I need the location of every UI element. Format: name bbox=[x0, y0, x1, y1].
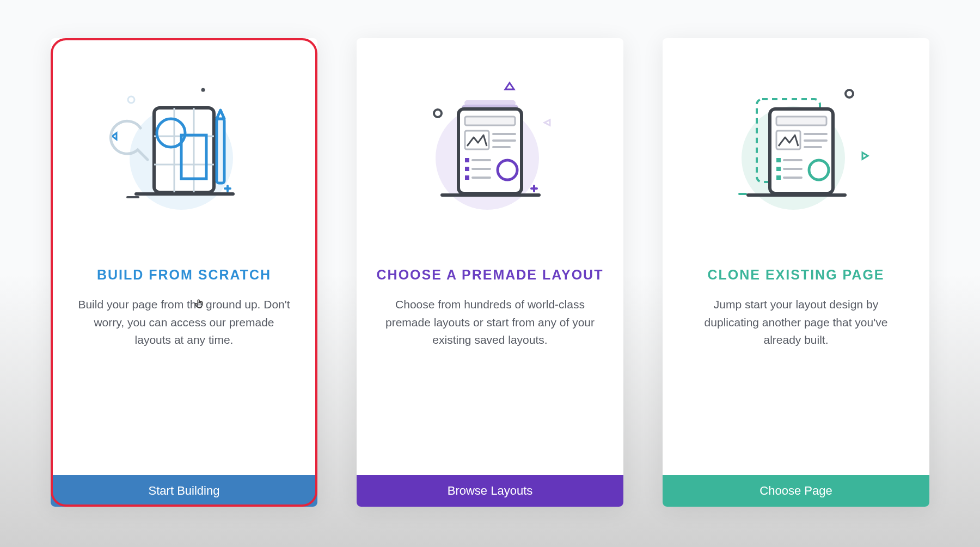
card-body: BUILD FROM SCRATCH Build your page from … bbox=[51, 38, 317, 475]
svg-rect-14 bbox=[217, 119, 224, 183]
premade-layout-icon bbox=[414, 76, 566, 234]
svg-marker-41 bbox=[862, 153, 868, 159]
card-clone-page[interactable]: CLONE EXISTING PAGE Jump start your layo… bbox=[663, 38, 929, 507]
card-body: CHOOSE A PREMADE LAYOUT Choose from hund… bbox=[357, 38, 623, 475]
card-body: CLONE EXISTING PAGE Jump start your layo… bbox=[663, 38, 929, 475]
svg-rect-33 bbox=[465, 167, 469, 171]
card-build-from-scratch[interactable]: BUILD FROM SCRATCH Build your page from … bbox=[51, 38, 317, 507]
card-premade-layout[interactable]: CHOOSE A PREMADE LAYOUT Choose from hund… bbox=[357, 38, 623, 507]
start-building-button[interactable]: Start Building bbox=[51, 475, 317, 507]
card-title: CHOOSE A PREMADE LAYOUT bbox=[377, 267, 604, 283]
svg-point-1 bbox=[201, 88, 205, 92]
clone-page-icon bbox=[720, 76, 872, 234]
browse-layouts-button[interactable]: Browse Layouts bbox=[357, 475, 623, 507]
button-label: Browse Layouts bbox=[448, 484, 533, 498]
card-description: Jump start your layout design by duplica… bbox=[682, 296, 910, 349]
card-description: Build your page from the ground up. Don'… bbox=[70, 296, 298, 349]
svg-rect-50 bbox=[776, 158, 781, 162]
svg-rect-26 bbox=[465, 117, 515, 125]
button-label: Start Building bbox=[149, 484, 220, 498]
svg-rect-31 bbox=[465, 158, 469, 162]
svg-point-19 bbox=[434, 110, 442, 117]
scratch-document-icon bbox=[108, 76, 260, 234]
button-label: Choose Page bbox=[759, 484, 832, 498]
card-description: Choose from hundreds of world-class prem… bbox=[376, 296, 604, 349]
card-title: CLONE EXISTING PAGE bbox=[707, 267, 884, 283]
svg-marker-15 bbox=[217, 110, 224, 119]
svg-rect-45 bbox=[776, 117, 826, 125]
svg-marker-18 bbox=[505, 83, 514, 89]
svg-point-3 bbox=[128, 96, 134, 103]
svg-rect-35 bbox=[465, 175, 469, 180]
svg-point-40 bbox=[846, 90, 853, 98]
cards-container: BUILD FROM SCRATCH Build your page from … bbox=[29, 38, 951, 507]
svg-rect-54 bbox=[776, 175, 781, 180]
svg-marker-20 bbox=[544, 120, 550, 125]
choose-page-button[interactable]: Choose Page bbox=[663, 475, 929, 507]
svg-marker-2 bbox=[112, 133, 117, 139]
svg-rect-52 bbox=[776, 167, 781, 171]
card-title: BUILD FROM SCRATCH bbox=[97, 267, 271, 283]
